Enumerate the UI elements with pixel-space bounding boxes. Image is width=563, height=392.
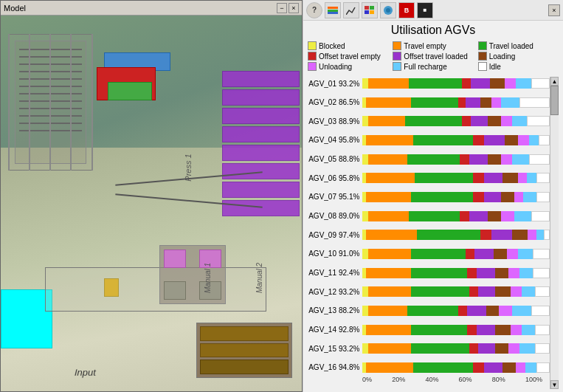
- bar-segment: [413, 135, 473, 145]
- agv-pct: 95.8%: [339, 174, 362, 182]
- close-button[interactable]: ×: [548, 4, 560, 16]
- bar-segment: [531, 78, 550, 89]
- x-axis: 0%20%40%60%80%100%: [308, 374, 550, 389]
- svg-rect-0: [328, 7, 338, 9]
- agv-pct: 86.5%: [339, 98, 362, 106]
- scrollbar[interactable]: ▲ ▼: [550, 77, 559, 389]
- chart-row: AGV_0795.1%: [308, 190, 550, 204]
- icon-bar[interactable]: [325, 2, 341, 18]
- bar-segment: [518, 173, 528, 183]
- svg-rect-5: [365, 10, 369, 14]
- agv-label: AGV_02: [308, 98, 339, 106]
- chart-toolbar: ? B ■ ×: [303, 0, 563, 21]
- agv-label: AGV_08: [308, 212, 339, 220]
- bar-segment: [469, 343, 479, 354]
- left-structure: [8, 34, 93, 171]
- x-axis-label: 40%: [425, 376, 438, 383]
- chart-content: Utilisation AGVs BlockedTravel emptyTrav…: [303, 21, 563, 392]
- agv-pct: 95.1%: [339, 193, 362, 201]
- bar-segment: [531, 306, 550, 316]
- chart-row: AGV_0286.5%: [308, 96, 550, 109]
- bar-segment: [527, 173, 536, 183]
- bar-container: [362, 230, 550, 240]
- bar-segment: [494, 249, 507, 259]
- scroll-up-button[interactable]: ▲: [550, 77, 559, 86]
- bar-segment: [405, 116, 461, 126]
- chart-rows: AGV_0193.2%AGV_0286.5%AGV_0388.9%AGV_049…: [308, 77, 550, 374]
- bar-segment: [529, 154, 550, 165]
- scroll-down-button[interactable]: ▼: [550, 380, 559, 389]
- bar-segment: [525, 362, 536, 373]
- bar-container: [362, 135, 550, 145]
- icon-chart[interactable]: [343, 2, 359, 18]
- agv-label: AGV_01: [308, 80, 339, 88]
- model-panel: Model − ×: [0, 0, 303, 392]
- bar-segment: [460, 211, 469, 221]
- bar-segment: [366, 192, 411, 202]
- bar-segment: [535, 286, 550, 297]
- bar-segment: [505, 135, 518, 145]
- icon-circle[interactable]: [380, 2, 396, 18]
- icon-book[interactable]: B: [398, 2, 415, 18]
- legend-color: [308, 62, 317, 71]
- bar-segment: [531, 211, 550, 221]
- chart-main: AGV_0193.2%AGV_0286.5%AGV_0388.9%AGV_049…: [308, 77, 550, 389]
- bar-segment: [491, 97, 501, 108]
- center-machines: [159, 245, 226, 304]
- svg-rect-4: [370, 6, 374, 10]
- bar-segment: [480, 230, 491, 240]
- agv-pct: 89.0%: [339, 212, 362, 220]
- scroll-thumb[interactable]: [550, 86, 559, 115]
- bar-segment: [519, 268, 533, 278]
- minimize-button[interactable]: −: [277, 3, 287, 13]
- bar-segment: [536, 192, 550, 202]
- bar-segment: [411, 97, 458, 108]
- bar-segment: [471, 116, 488, 126]
- bar-segment: [478, 286, 495, 297]
- chart-row: AGV_0588.8%: [308, 153, 550, 166]
- legend-item: Offset travel loaded: [393, 52, 473, 61]
- bar-container: [362, 211, 550, 221]
- bar-segment: [502, 362, 516, 373]
- bar-container: [362, 173, 550, 183]
- bar-segment: [539, 135, 550, 145]
- legend-color: [308, 41, 317, 50]
- bar-segment: [368, 116, 406, 126]
- agv-pct: 88.8%: [339, 155, 362, 163]
- bar-segment: [484, 192, 501, 202]
- bar-segment: [467, 325, 477, 335]
- bar-segment: [486, 306, 500, 316]
- bar-segment: [536, 173, 550, 183]
- legend-item: Full recharge: [393, 62, 473, 71]
- agv-pct: 94.8%: [339, 363, 362, 371]
- bar-segment: [368, 78, 410, 89]
- legend-label: Loading: [489, 52, 516, 61]
- bar-segment: [462, 116, 472, 126]
- bar-segment: [495, 268, 508, 278]
- legend-label: Blocked: [319, 42, 345, 50]
- icon-dark[interactable]: ■: [417, 2, 433, 18]
- green-block: [108, 82, 152, 100]
- bar-container: [362, 306, 550, 316]
- bottom-structures: [196, 323, 292, 378]
- x-axis-label: 80%: [492, 376, 505, 383]
- bar-segment: [495, 343, 508, 354]
- svg-point-8: [386, 8, 390, 13]
- bar-segment: [417, 230, 480, 240]
- bar-segment: [516, 362, 525, 373]
- legend-label: Offset travel empty: [319, 52, 381, 61]
- bar-segment: [473, 362, 484, 373]
- bar-segment: [484, 135, 505, 145]
- agv-pct: 93.2%: [339, 288, 362, 296]
- help-icon[interactable]: ?: [306, 2, 322, 18]
- bar-segment: [473, 173, 484, 183]
- bar-segment: [488, 116, 501, 126]
- close-button[interactable]: ×: [289, 3, 299, 13]
- scroll-track[interactable]: [550, 86, 559, 380]
- bar-segment: [484, 362, 502, 373]
- legend: BlockedTravel emptyTravel loadedOffset t…: [308, 41, 559, 71]
- bar-segment: [519, 97, 550, 108]
- bar-segment: [518, 135, 529, 145]
- icon-grid[interactable]: [362, 2, 378, 18]
- agv-label: AGV_16: [308, 363, 339, 371]
